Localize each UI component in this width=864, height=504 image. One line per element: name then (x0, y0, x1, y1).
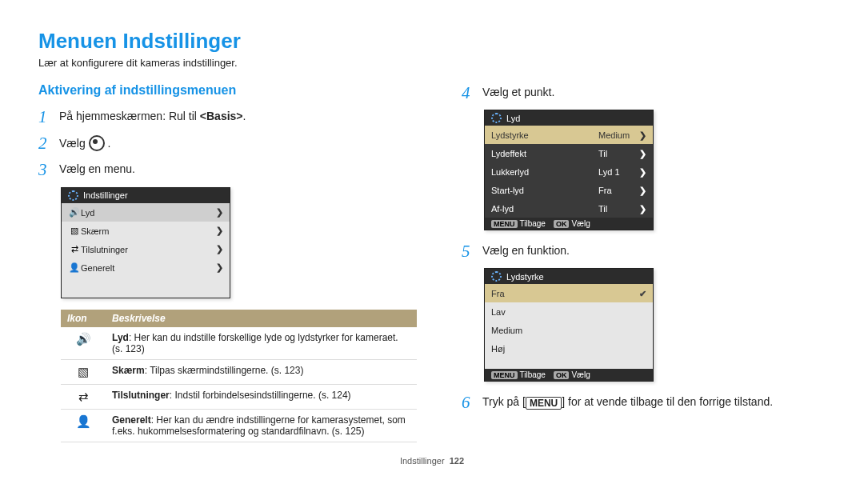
check-icon: ✔ (639, 289, 646, 299)
menu-item-value: Fra (598, 186, 638, 195)
menu-item-label: Medium (491, 326, 646, 335)
page-title: Menuen Indstillinger (38, 29, 826, 54)
connections-icon: ⇄ (61, 384, 106, 409)
menu-item-label: Skærm (81, 226, 215, 236)
table-header-icon: Ikon (61, 310, 106, 327)
menu-button-icon: MENU (491, 220, 518, 228)
chevron-right-icon: ❯ (215, 244, 223, 254)
menu-item-label: Lukkerlyd (491, 167, 598, 177)
chevron-right-icon: ❯ (638, 149, 646, 159)
menu-item-value: Til (598, 204, 638, 214)
camera-menu-volume: Lydstyrke Fra ✔ Lav Medium Høj MENUTilba… (484, 268, 654, 382)
menu-title: Lydstyrke (506, 272, 544, 282)
general-icon: 👤 (61, 409, 106, 442)
menu-item-label: Generelt (81, 263, 215, 273)
step-text: Tryk på [MENU] for at vende tilbage til … (482, 393, 773, 409)
page-subtitle: Lær at konfigurere dit kameras indstilli… (38, 57, 826, 69)
step-number: 1 (38, 107, 59, 127)
menu-item-value: Til (598, 149, 638, 158)
table-row: ⇄ Tilslutninger: Indstil forbindelsesind… (61, 384, 417, 409)
menu-button-icon: MENU (491, 371, 518, 379)
chevron-right-icon: ❯ (638, 186, 646, 196)
step-text: Vælg . (59, 134, 110, 152)
menu-item-label: Start-lyd (491, 186, 598, 195)
table-row: 🔊 Lyd: Her kan du indstille forskellige … (61, 327, 417, 360)
step-text: Vælg en menu. (59, 160, 135, 175)
step-number: 5 (462, 242, 482, 262)
chevron-right-icon: ❯ (638, 204, 646, 214)
steps-right-4: 4 Vælg et punkt. (462, 83, 806, 103)
step-number: 4 (462, 83, 482, 103)
menu-item-label: Fra (491, 289, 639, 298)
menu-title: Lyd (506, 114, 520, 123)
menu-title: Indstillinger (83, 190, 128, 200)
menu-item-label: Tilslutninger (81, 245, 215, 254)
gear-icon (491, 271, 502, 282)
menu-item-label: Lav (491, 307, 646, 317)
camera-menu-sound: Lyd Lydstyrke Medium ❯ Lydeffekt Til ❯ L… (484, 110, 654, 230)
step-text: På hjemmeskærmen: Rul til <Basis>. (59, 107, 246, 122)
dial-icon (89, 135, 105, 151)
table-header-desc: Beskrivelse (106, 310, 417, 327)
menu-item-value: Medium (598, 130, 638, 140)
icon-description-table: Ikon Beskrivelse 🔊 Lyd: Her kan du indst… (61, 310, 417, 442)
chevron-right-icon: ❯ (638, 130, 646, 141)
sound-icon: 🔊 (61, 327, 106, 360)
sound-icon: 🔊 (68, 207, 81, 218)
chevron-right-icon: ❯ (215, 262, 223, 273)
menu-item-label: Lydeffekt (491, 149, 598, 158)
table-row: 👤 Generelt: Her kan du ændre indstilling… (61, 409, 417, 442)
step-number: 3 (38, 160, 59, 180)
gear-icon (68, 190, 78, 201)
step-number: 6 (462, 393, 482, 413)
menu-item-label: Lyd (81, 208, 215, 218)
connections-icon: ⇄ (68, 244, 81, 254)
steps-right-6: 6 Tryk på [MENU] for at vende tilbage ti… (462, 393, 806, 413)
menu-item-label: Lydstyrke (491, 130, 598, 140)
left-column: Aktivering af indstillingsmenuen 1 På hj… (38, 83, 417, 442)
chevron-right-icon: ❯ (215, 226, 223, 236)
table-row: ▧ Skærm: Tilpas skærmindstillingerne. (s… (61, 359, 417, 384)
ok-button-icon: OK (554, 371, 570, 379)
right-column: 4 Vælg et punkt. Lyd Lydstyrke Medium ❯ … (462, 83, 806, 442)
section-heading: Aktivering af indstillingsmenuen (38, 83, 417, 98)
step-text: Vælg et punkt. (482, 83, 554, 98)
chevron-right-icon: ❯ (638, 167, 646, 178)
step-number: 2 (38, 134, 59, 154)
menu-item-label: Høj (491, 344, 646, 354)
menu-item-value: Lyd 1 (598, 167, 638, 177)
chevron-right-icon: ❯ (215, 207, 223, 218)
ok-button-icon: OK (554, 220, 570, 228)
page-footer: Indstillinger 122 (0, 456, 864, 466)
camera-menu-settings: Indstillinger 🔊 Lyd ❯ ▧ Skærm ❯ ⇄ Tilslu… (61, 187, 230, 298)
steps-left: 1 På hjemmeskærmen: Rul til <Basis>. 2 V… (38, 107, 417, 181)
screen-icon: ▧ (68, 226, 81, 236)
step-text: Vælg en funktion. (482, 242, 570, 257)
menu-item-label: Af-lyd (491, 204, 598, 214)
screen-icon: ▧ (61, 359, 106, 384)
steps-right-5: 5 Vælg en funktion. (462, 242, 806, 262)
general-icon: 👤 (68, 262, 81, 273)
menu-button-icon: MENU (526, 397, 562, 410)
gear-icon (491, 113, 502, 123)
